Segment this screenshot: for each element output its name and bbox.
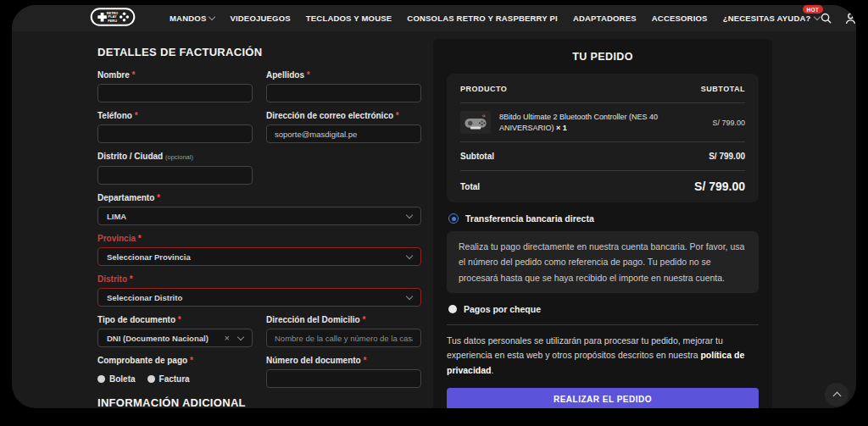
field-distrito: Distrito * Seleccionar Distrito	[97, 274, 421, 307]
distrito-ciudad-label: Distrito / Ciudad (opcional)	[97, 152, 253, 162]
chevron-up-icon	[832, 392, 841, 401]
departamento-value: LIMA	[107, 212, 407, 221]
required-mark: *	[396, 111, 399, 120]
total-value: S/ 799.00	[694, 180, 745, 193]
telefono-label: Teléfono *	[97, 111, 253, 120]
required-mark: *	[138, 234, 142, 243]
svg-text:PERU: PERU	[108, 18, 117, 22]
field-numero-documento: Número del documento *	[266, 356, 421, 388]
required-mark: *	[363, 356, 366, 365]
column-subtotal: SUBTOTAL	[701, 85, 745, 93]
column-product: PRODUCTO	[460, 85, 507, 93]
field-direccion: Dirección del Domicilio *	[266, 315, 421, 347]
menu-label: ¿NECESITAS AYUDA?	[723, 14, 811, 23]
departamento-label: Departamento *	[97, 193, 421, 202]
departamento-select[interactable]: LIMA	[97, 207, 421, 225]
direccion-label: Dirección del Domicilio *	[266, 315, 421, 324]
field-telefono: Teléfono *	[97, 111, 253, 143]
divider	[447, 324, 759, 325]
account-icon[interactable]	[844, 12, 856, 25]
required-mark: *	[307, 70, 310, 80]
field-tipo-documento: Tipo de documento * DNI (Documento Nacio…	[97, 315, 253, 347]
nombre-input[interactable]	[97, 84, 253, 102]
search-icon[interactable]	[820, 12, 833, 25]
comprobante-label: Comprobante de pago *	[97, 356, 253, 365]
provincia-select[interactable]: Seleccionar Provincia	[97, 247, 421, 266]
chevron-down-icon	[209, 14, 215, 20]
numero-documento-label: Número del documento *	[266, 356, 421, 365]
menu-label: ACCESORIOS	[652, 14, 708, 23]
menu-item-accesorios[interactable]: ACCESORIOS	[652, 14, 708, 23]
radio-label: Boleta	[109, 374, 136, 384]
product-quantity: × 1	[556, 124, 567, 132]
chevron-down-icon	[406, 211, 413, 218]
field-comprobante: Comprobante de pago * Boleta Factura	[97, 356, 253, 388]
order-item-row: 8Bitdo Ultimate 2 Bluetooth Controller (…	[460, 103, 745, 142]
order-panel: TU PEDIDO PRODUCTO SUBTOTAL 8Bitdo Ultim…	[433, 39, 772, 408]
menu-item-videojuegos[interactable]: VIDEOJUEGOS	[230, 14, 290, 23]
order-review-table: PRODUCTO SUBTOTAL 8Bitdo Ultimate 2 Blue…	[447, 74, 759, 202]
numero-documento-input[interactable]	[266, 369, 421, 388]
required-mark: *	[132, 70, 136, 80]
brand-logo[interactable]: RETRO PLAY PERU	[90, 6, 136, 31]
field-distrito-ciudad: Distrito / Ciudad (opcional)	[97, 152, 253, 185]
privacy-notice: Tus datos personales se utilizarán para …	[447, 334, 759, 378]
radio-icon	[97, 375, 105, 383]
menu-item-adaptadores[interactable]: ADAPTADORES	[573, 14, 637, 23]
place-order-button[interactable]: REALIZAR EL PEDIDO	[447, 388, 759, 408]
menu-item-mandos[interactable]: MANDOS	[170, 14, 214, 23]
tipo-documento-select[interactable]: DNI (Documento Nacional) ×	[97, 329, 253, 347]
chevron-down-icon	[406, 252, 413, 258]
radio-unselected-icon	[448, 305, 457, 313]
menu-item-consolas[interactable]: CONSOLAS RETRO Y RASPBERRY PI	[407, 14, 558, 23]
email-input[interactable]	[266, 124, 421, 143]
scroll-to-top-button[interactable]	[825, 383, 849, 407]
payment-method-bank-transfer[interactable]: Transferencia bancaria directa	[448, 213, 757, 224]
total-label: Total	[460, 182, 480, 191]
payment-method-label: Transferencia bancaria directa	[465, 213, 594, 224]
direccion-input[interactable]	[266, 329, 421, 347]
required-mark: *	[135, 111, 138, 120]
billing-title: DETALLES DE FACTURACIÓN	[97, 46, 421, 58]
required-mark: *	[178, 315, 181, 324]
menu-item-teclados[interactable]: TECLADOS Y MOUSE	[306, 14, 392, 23]
required-mark: *	[362, 315, 365, 324]
tipo-documento-label: Tipo de documento *	[97, 315, 253, 324]
telefono-input[interactable]	[97, 124, 253, 143]
distrito-select[interactable]: Seleccionar Distrito	[97, 288, 421, 307]
field-nombre: Nombre *	[97, 70, 253, 102]
clear-selection-icon[interactable]: ×	[225, 334, 230, 343]
radio-icon	[147, 375, 155, 383]
radio-boleta[interactable]: Boleta	[97, 374, 136, 384]
apellidos-input[interactable]	[266, 84, 421, 102]
radio-label: Factura	[159, 374, 190, 384]
chevron-down-icon	[406, 292, 413, 299]
distrito-value: Seleccionar Distrito	[107, 293, 407, 302]
additional-info-title: INFORMACIÓN ADICIONAL	[97, 396, 421, 408]
required-mark: *	[157, 193, 160, 202]
required-mark: *	[190, 356, 193, 365]
required-mark: *	[130, 274, 133, 284]
menu-item-ayuda[interactable]: HOT ¿NECESITAS AYUDA?	[723, 14, 820, 23]
top-navbar: RETRO PLAY PERU MANDOS VIDEOJUEGOS TECLA…	[12, 5, 856, 31]
order-title: TU PEDIDO	[447, 51, 759, 63]
menu-label: ADAPTADORES	[573, 14, 637, 23]
menu-label: MANDOS	[170, 14, 206, 23]
comprobante-radios: Boleta Factura	[97, 369, 253, 388]
apellidos-label: Apellidos *	[266, 70, 421, 80]
field-spacer	[266, 152, 421, 185]
email-label: Dirección de correo electrónico *	[266, 111, 421, 120]
payment-method-description: Realiza tu pago directamente en nuestra …	[447, 231, 759, 293]
provincia-value: Seleccionar Provincia	[107, 252, 407, 262]
site-frame: RETRO PLAY PERU MANDOS VIDEOJUEGOS TECLA…	[12, 5, 856, 408]
distrito-label: Distrito *	[97, 274, 421, 284]
payment-method-check[interactable]: Pagos por cheque	[448, 304, 757, 314]
payment-method-label: Pagos por cheque	[464, 304, 541, 314]
field-departamento: Departamento * LIMA	[97, 193, 421, 225]
order-table-header: PRODUCTO SUBTOTAL	[460, 75, 745, 103]
main-menu: MANDOS VIDEOJUEGOS TECLADOS Y MOUSE CONS…	[170, 14, 820, 23]
provincia-label: Provincia *	[97, 234, 421, 243]
chevron-down-icon	[237, 333, 244, 340]
distrito-ciudad-input[interactable]	[97, 166, 253, 185]
radio-factura[interactable]: Factura	[147, 374, 190, 384]
